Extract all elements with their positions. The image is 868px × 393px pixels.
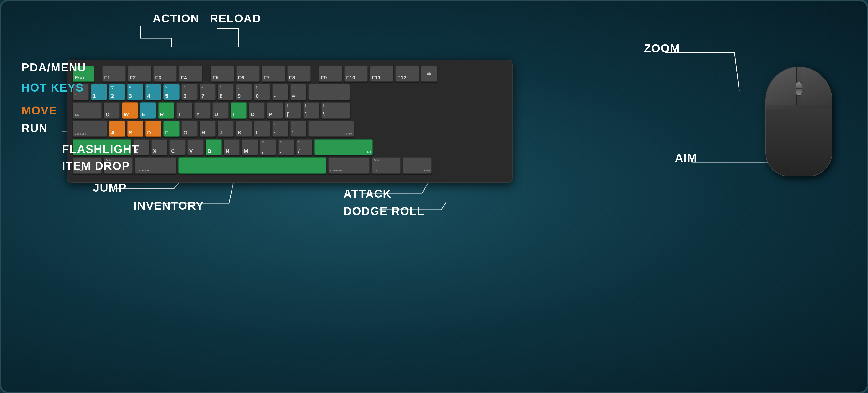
key-minus[interactable]: _ - xyxy=(272,84,288,100)
key-k[interactable]: K xyxy=(236,121,252,137)
key-rbracket[interactable]: } ] xyxy=(303,102,319,119)
key-w[interactable]: W xyxy=(122,102,138,119)
key-o[interactable]: O xyxy=(249,102,265,119)
key-1[interactable]: ! 1 xyxy=(91,84,107,100)
function-row: Esc F1 F2 F3 F4 F5 F6 F7 F8 F9 F10 F11 F… xyxy=(73,66,507,82)
key-command-right[interactable]: Command xyxy=(328,157,370,174)
mouse-scroll-wheel[interactable] xyxy=(796,82,802,96)
key-f3[interactable]: F3 xyxy=(153,66,177,82)
label-attack: ATTACK xyxy=(343,187,392,200)
key-t[interactable]: T xyxy=(176,102,192,119)
key-y[interactable]: Y xyxy=(194,102,211,119)
key-d[interactable]: D xyxy=(145,121,161,137)
key-f7[interactable]: F7 xyxy=(261,66,285,82)
key-x[interactable]: X xyxy=(151,139,167,155)
key-f11[interactable]: F11 xyxy=(370,66,394,82)
label-aim: AIM xyxy=(675,151,697,164)
key-4[interactable]: $ 4 xyxy=(145,84,161,100)
key-space[interactable] xyxy=(178,157,326,174)
key-m[interactable]: M xyxy=(242,139,258,155)
key-quote[interactable]: " ' xyxy=(290,121,306,137)
label-reload: RELOAD xyxy=(210,12,261,25)
key-semicolon[interactable]: : ; xyxy=(272,121,288,137)
key-slash[interactable]: ? / xyxy=(296,139,312,155)
keyboard-wrap: Esc F1 F2 F3 F4 F5 F6 F7 F8 F9 F10 F11 F… xyxy=(67,48,520,215)
keyboard: Esc F1 F2 F3 F4 F5 F6 F7 F8 F9 F10 F11 F… xyxy=(67,60,513,183)
key-return[interactable]: Return xyxy=(308,121,354,137)
key-f[interactable]: F xyxy=(163,121,180,137)
mouse-scroll-detail xyxy=(796,88,802,89)
key-capslock[interactable]: Caps Lock xyxy=(73,121,107,137)
label-move: MOVE xyxy=(22,104,57,117)
key-f10[interactable]: F10 xyxy=(344,66,368,82)
label-run: RUN xyxy=(22,122,48,135)
key-f8[interactable]: F8 xyxy=(287,66,311,82)
key-f2[interactable]: F2 xyxy=(128,66,151,82)
key-backslash[interactable]: | \ xyxy=(321,102,350,119)
key-period[interactable]: > . xyxy=(278,139,294,155)
key-lbracket[interactable]: { [ xyxy=(285,102,301,119)
key-f5[interactable]: F5 xyxy=(211,66,234,82)
bottom-row: Control Alt Option Command Command Alt O… xyxy=(73,157,507,174)
key-alt-option-right[interactable]: Alt Option xyxy=(372,157,401,174)
key-e[interactable]: E xyxy=(140,102,156,119)
key-2[interactable]: @ 2 xyxy=(109,84,125,100)
key-6[interactable]: ^ 6 xyxy=(182,84,198,100)
key-f4[interactable]: F4 xyxy=(179,66,203,82)
key-a[interactable]: A xyxy=(109,121,125,137)
key-i[interactable]: I xyxy=(230,102,247,119)
key-q[interactable]: Q xyxy=(104,102,120,119)
key-s[interactable]: S xyxy=(127,121,143,137)
key-equals[interactable]: + = xyxy=(290,84,306,100)
key-f12[interactable]: F12 xyxy=(395,66,419,82)
key-f6[interactable]: F6 xyxy=(236,66,260,82)
key-l[interactable]: L xyxy=(254,121,270,137)
mouse-left-button[interactable] xyxy=(766,67,797,105)
qwerty-row: Tab Q W E R T Y U I O P { [ } ] | \ xyxy=(73,102,507,119)
key-5[interactable]: % 5 xyxy=(163,84,180,100)
key-f9[interactable]: F9 xyxy=(319,66,342,82)
number-row: ~ ` ! 1 @ 2 # 3 $ 4 % 5 xyxy=(73,84,507,100)
key-c[interactable]: C xyxy=(169,139,186,155)
label-item-drop: ITEM DROP xyxy=(62,159,130,173)
mouse-right-button[interactable] xyxy=(801,67,832,105)
key-v[interactable]: V xyxy=(187,139,204,155)
key-0[interactable]: ) 0 xyxy=(254,84,270,100)
label-action: ACTION xyxy=(153,12,199,25)
mouse-body xyxy=(766,67,832,177)
label-jump: JUMP xyxy=(93,181,127,194)
key-comma[interactable]: < , xyxy=(260,139,276,155)
key-j[interactable]: J xyxy=(218,121,234,137)
key-delete[interactable]: Delete xyxy=(308,84,350,100)
label-dodge-roll: DODGE ROLL xyxy=(343,205,425,218)
key-3[interactable]: # 3 xyxy=(127,84,143,100)
mouse-wrap xyxy=(753,67,844,200)
key-control-right[interactable]: Control xyxy=(403,157,432,174)
key-b[interactable]: B xyxy=(206,139,222,155)
key-eject[interactable]: ⏏ xyxy=(421,66,437,82)
key-f1[interactable]: F1 xyxy=(102,66,126,82)
key-shift-right[interactable]: Shift xyxy=(314,139,373,155)
key-esc-label: Esc xyxy=(75,75,84,80)
key-9[interactable]: ( 9 xyxy=(236,84,252,100)
key-h[interactable]: H xyxy=(199,121,216,137)
key-r[interactable]: R xyxy=(158,102,174,119)
key-tab[interactable]: Tab xyxy=(73,102,102,119)
asdf-row: Caps Lock A S D F G H J K L : ; " ' Retu… xyxy=(73,121,507,137)
label-inventory: INVENTORY xyxy=(133,199,204,212)
key-8[interactable]: * 8 xyxy=(218,84,234,100)
label-zoom: ZOOM xyxy=(644,42,680,55)
label-flashlight: FLASHLIGHT xyxy=(62,143,139,156)
key-command-left[interactable]: Command xyxy=(135,157,177,174)
key-7[interactable]: & 7 xyxy=(199,84,216,100)
key-p[interactable]: P xyxy=(267,102,283,119)
key-g[interactable]: G xyxy=(182,121,198,137)
label-hot-keys: HOT KEYS xyxy=(22,81,84,94)
label-pda-menu: PDA/MENU xyxy=(22,61,86,74)
key-u[interactable]: U xyxy=(213,102,229,119)
key-n[interactable]: N xyxy=(224,139,240,155)
